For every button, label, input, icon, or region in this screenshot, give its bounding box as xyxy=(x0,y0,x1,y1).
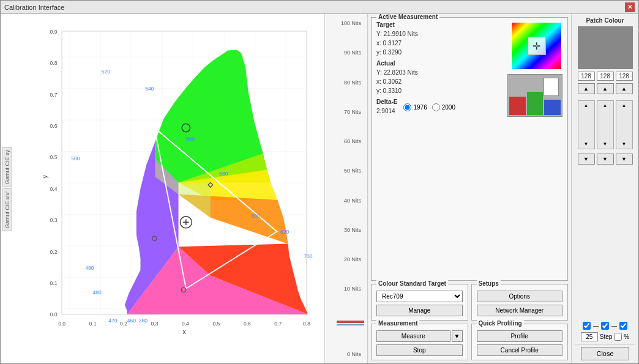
radio-1976[interactable]: 1976 xyxy=(403,103,427,111)
delta-e-title: Delta-E xyxy=(376,98,397,105)
slider-2-down-icon: ▼ xyxy=(603,141,608,147)
title-bar: Calibration Interface ✕ xyxy=(1,1,638,14)
svg-text:0.6: 0.6 xyxy=(244,321,251,327)
b-down-button[interactable]: ▼ xyxy=(616,154,633,165)
svg-text:0.1: 0.1 xyxy=(50,280,58,286)
manage-button[interactable]: Manage xyxy=(376,305,463,316)
slider-1[interactable]: ▲ ▼ xyxy=(578,100,595,149)
stop-button[interactable]: Stop xyxy=(376,344,463,356)
setups-label: Setups xyxy=(477,280,501,287)
delta-e-section: Delta-E 2.9014 1976 2000 xyxy=(376,98,503,116)
target-y: Y: 21.9910 Nits xyxy=(376,29,503,39)
svg-text:380: 380 xyxy=(139,318,148,324)
slider-3-up-icon: ▲ xyxy=(622,103,627,108)
bottom-panels-row1: Colour Standard Target Rec709 sRGB DCI-P… xyxy=(371,284,568,321)
nit-indicator-2 xyxy=(337,324,364,325)
g-down-button[interactable]: ▼ xyxy=(597,154,614,165)
nit-label-40: 40 Nits xyxy=(344,198,364,204)
svg-text:0.7: 0.7 xyxy=(50,92,58,98)
actual-y2: y: 0.3310 xyxy=(376,86,503,95)
radio-2000-input[interactable] xyxy=(432,103,440,111)
gamut-tab-uv[interactable]: Gamut CIE u'v' xyxy=(2,188,12,231)
svg-text:700: 700 xyxy=(304,253,313,259)
target-section: Target Y: 21.9910 Nits x: 0.3127 y: 0.32… xyxy=(376,21,503,57)
svg-text:0.9: 0.9 xyxy=(50,29,58,35)
nit-label-90: 90 Nits xyxy=(344,50,364,56)
bottom-panels-row2: Measurement Measure ▼ Stop Quick Profili… xyxy=(371,324,568,360)
patch-sliders-area: ▲ ▼ ▲ ▼ ▲ ▼ xyxy=(575,100,635,149)
radio-2000[interactable]: 2000 xyxy=(432,103,455,111)
measure-dropdown-button[interactable]: ▼ xyxy=(452,330,463,342)
svg-text:0.1: 0.1 xyxy=(89,321,97,327)
quick-profiling-label: Quick Profiling xyxy=(477,320,524,327)
b-up-button[interactable]: ▲ xyxy=(616,83,633,94)
nit-label-80: 80 Nits xyxy=(344,80,364,86)
svg-text:0.2: 0.2 xyxy=(120,321,127,327)
slider-2[interactable]: ▲ ▼ xyxy=(597,100,614,149)
svg-text:0.8: 0.8 xyxy=(303,321,310,327)
window-close-button[interactable]: ✕ xyxy=(625,2,635,12)
patch-b-value: 128 xyxy=(616,72,633,81)
checkbox-2[interactable] xyxy=(601,322,609,330)
patch-color-box xyxy=(578,26,633,69)
patch-down-controls: ▼ ▼ ▼ xyxy=(575,154,635,165)
close-section: Close xyxy=(575,344,635,360)
svg-text:0.4: 0.4 xyxy=(182,321,189,327)
network-manager-button[interactable]: Network Manager xyxy=(477,305,563,316)
gamut-tab-xy[interactable]: Gamut CIE xy xyxy=(2,147,12,187)
svg-text:0.8: 0.8 xyxy=(50,60,58,66)
svg-text:470: 470 xyxy=(108,318,118,324)
slider-1-down-icon: ▼ xyxy=(584,141,589,147)
g-up-button[interactable]: ▲ xyxy=(597,83,614,94)
color-spectrum-patch: ✛ xyxy=(510,21,562,70)
options-button[interactable]: Options xyxy=(477,291,563,302)
nit-label-60: 60 Nits xyxy=(344,138,364,144)
radio-1976-input[interactable] xyxy=(403,103,411,111)
actual-title: Actual xyxy=(376,60,503,67)
step-row: 25 Step % xyxy=(575,332,635,341)
nit-label-10: 10 Nits xyxy=(344,286,364,292)
right-panel: Active Measurement Target Y: 21.9910 Nit… xyxy=(368,14,571,363)
svg-text:460: 460 xyxy=(127,318,136,324)
profile-button[interactable]: Profile xyxy=(477,330,563,342)
svg-text:0.7: 0.7 xyxy=(274,321,282,327)
svg-text:600: 600 xyxy=(252,213,261,219)
svg-text:490: 490 xyxy=(85,265,94,271)
patch-colour-panel: Patch Colour 128 128 128 ▲ ▲ ▲ ▲ ▼ xyxy=(571,14,638,363)
step-label: Step xyxy=(600,333,613,340)
svg-text:0.5: 0.5 xyxy=(50,154,58,160)
bar-chart xyxy=(507,74,562,117)
measurement-label: Measurement xyxy=(376,320,419,327)
delta-e-radio-group: 1976 2000 xyxy=(403,103,455,111)
svg-text:x: x xyxy=(182,329,186,335)
percent-checkbox[interactable] xyxy=(614,333,622,341)
target-y2: y: 0.3290 xyxy=(376,48,503,57)
close-button[interactable]: Close xyxy=(581,347,629,360)
checkbox-1[interactable] xyxy=(583,322,591,330)
step-input[interactable]: 25 xyxy=(581,332,598,341)
crosshair-box: ✛ xyxy=(528,37,546,55)
measure-button[interactable]: Measure xyxy=(376,330,450,342)
r-up-button[interactable]: ▲ xyxy=(578,83,595,94)
cancel-profile-button[interactable]: Cancel Profile xyxy=(477,344,563,356)
percent-label: % xyxy=(624,333,629,340)
dash-2: — xyxy=(611,323,617,329)
measurement-group: Measurement Measure ▼ Stop xyxy=(371,324,468,360)
cie-diagram: 0.9 0.8 0.7 0.6 0.5 0.4 0.3 0.2 0.1 0.0 … xyxy=(39,20,318,345)
active-measurement-content: Target Y: 21.9910 Nits x: 0.3127 y: 0.32… xyxy=(376,21,562,117)
colour-standard-label: Colour Standard Target xyxy=(376,280,448,287)
slider-3[interactable]: ▲ ▼ xyxy=(616,100,633,149)
colour-standard-select[interactable]: Rec709 sRGB DCI-P3 BT.2020 xyxy=(376,291,463,302)
svg-text:0.4: 0.4 xyxy=(50,186,58,192)
svg-text:0.5: 0.5 xyxy=(212,321,220,327)
nit-label-50: 50 Nits xyxy=(344,168,364,174)
nit-indicator xyxy=(337,321,364,323)
quick-profiling-group: Quick Profiling Profile Cancel Profile xyxy=(471,324,569,360)
slider-2-up-icon: ▲ xyxy=(603,103,608,108)
r-down-button[interactable]: ▼ xyxy=(578,154,595,165)
cie-chart-area: 0.9 0.8 0.7 0.6 0.5 0.4 0.3 0.2 0.1 0.0 … xyxy=(14,14,324,363)
window-title: Calibration Interface xyxy=(4,4,64,11)
actual-section: Actual Y: 22.8203 Nits x: 0.3062 y: 0.33… xyxy=(376,60,503,95)
patch-g-value: 128 xyxy=(597,72,614,81)
checkbox-3[interactable] xyxy=(619,322,627,330)
